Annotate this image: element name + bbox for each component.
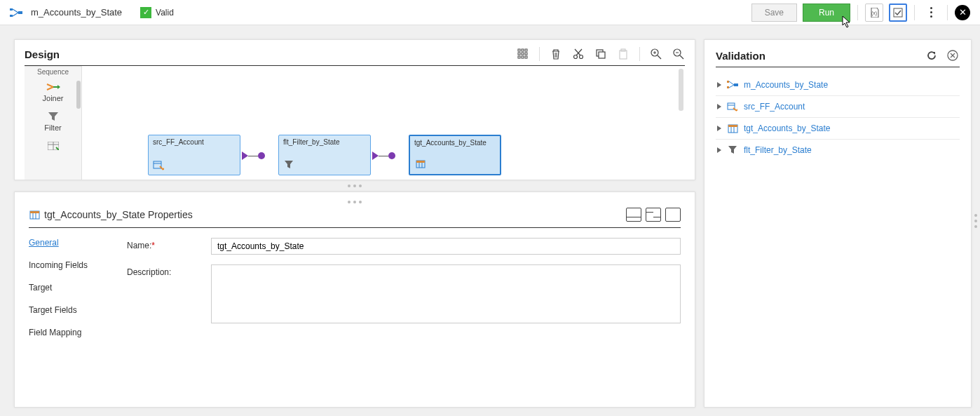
- palette-heading: Sequence: [25, 67, 81, 77]
- horizontal-resize-handle[interactable]: [14, 183, 695, 189]
- palette-scrollbar[interactable]: [76, 81, 81, 109]
- zoom-out-icon[interactable]: [672, 48, 685, 60]
- connector[interactable]: [372, 152, 395, 160]
- header-left: m_Accounts_by_State ✓ Valid: [10, 6, 174, 19]
- design-body: Sequence Joiner Filter: [25, 66, 685, 180]
- grid-icon[interactable]: [517, 48, 529, 60]
- more-menu-button[interactable]: [922, 7, 940, 18]
- palette-item-extra[interactable]: [25, 136, 81, 156]
- validation-item[interactable]: src_FF_Account: [716, 96, 960, 118]
- svg-line-54: [729, 81, 734, 85]
- validation-link[interactable]: src_FF_Account: [744, 102, 805, 112]
- validation-link[interactable]: m_Accounts_by_State: [744, 80, 828, 90]
- close-panel-button[interactable]: [946, 48, 960, 62]
- form-row-name: Name:*: [127, 238, 681, 255]
- validation-item[interactable]: flt_Filter_by_State: [716, 140, 960, 161]
- svg-rect-56: [734, 83, 738, 86]
- validation-link[interactable]: flt_Filter_by_State: [744, 145, 812, 155]
- validation-header: Validation: [716, 48, 960, 67]
- target-icon: [29, 210, 40, 220]
- svg-line-31: [680, 55, 683, 59]
- tab-general[interactable]: General: [29, 238, 106, 248]
- svg-rect-15: [525, 56, 527, 58]
- tab-field-mapping[interactable]: Field Mapping: [29, 328, 106, 337]
- vertical-resize-handle[interactable]: [974, 214, 977, 228]
- code-view-button[interactable]: (x): [865, 4, 883, 22]
- canvas-scrollbar[interactable]: [679, 69, 683, 111]
- layout-split-button[interactable]: [646, 208, 661, 222]
- layout-toggles: [626, 208, 681, 222]
- svg-rect-9: [525, 49, 527, 51]
- save-button[interactable]: Save: [751, 4, 797, 22]
- palette-item-label: Joiner: [43, 94, 64, 102]
- validation-title: Validation: [716, 50, 765, 62]
- mapping-icon: [727, 79, 738, 90]
- separator: [914, 5, 915, 20]
- layout-bottom-button[interactable]: [626, 208, 641, 222]
- filter-icon: [727, 145, 738, 156]
- chevron-right-icon: [717, 147, 721, 153]
- properties-title: tgt_Accounts_by_State Properties: [29, 209, 193, 220]
- close-button[interactable]: ✕: [955, 5, 970, 20]
- svg-line-27: [658, 55, 661, 59]
- document-title: m_Accounts_by_State: [31, 7, 122, 18]
- table-icon: [46, 140, 60, 152]
- chevron-right-icon: [717, 126, 721, 131]
- properties-tabs: General Incoming Fields Target Target Fi…: [29, 238, 106, 337]
- validation-link[interactable]: tgt_Accounts_by_State: [744, 123, 830, 133]
- filter-icon: [283, 159, 294, 170]
- svg-point-18: [574, 55, 578, 59]
- description-textarea[interactable]: [211, 264, 681, 323]
- svg-rect-12: [525, 53, 527, 55]
- design-title: Design: [25, 48, 60, 60]
- copy-icon[interactable]: [594, 48, 607, 60]
- design-panel: Design: [14, 39, 695, 180]
- svg-rect-53: [727, 86, 729, 88]
- properties-header: tgt_Accounts_by_State Properties: [29, 205, 681, 228]
- app-header: m_Accounts_by_State ✓ Valid Save Run (x)…: [0, 0, 980, 25]
- tab-target[interactable]: Target: [29, 283, 106, 293]
- chevron-right-icon: [717, 104, 721, 109]
- separator: [947, 5, 948, 20]
- tab-target-fields[interactable]: Target Fields: [29, 305, 106, 315]
- palette-item-joiner[interactable]: Joiner: [25, 77, 81, 107]
- validation-item[interactable]: m_Accounts_by_State: [716, 74, 960, 96]
- transformation-palette[interactable]: Sequence Joiner Filter: [25, 66, 82, 180]
- validation-actions: [925, 48, 960, 62]
- svg-rect-4: [18, 11, 22, 14]
- cut-icon[interactable]: [572, 48, 585, 60]
- svg-rect-61: [728, 125, 737, 127]
- svg-rect-10: [518, 53, 520, 55]
- name-input[interactable]: [211, 238, 681, 255]
- properties-form: Name:* Description:: [127, 238, 681, 337]
- design-toolbar: [517, 47, 685, 61]
- palette-item-filter[interactable]: Filter: [25, 107, 81, 136]
- design-canvas[interactable]: src_FF_Account flt_Filter_by_State: [82, 66, 685, 180]
- svg-rect-24: [620, 51, 627, 59]
- svg-rect-6: [894, 8, 902, 17]
- tab-incoming-fields[interactable]: Incoming Fields: [29, 260, 106, 270]
- svg-rect-1: [10, 15, 13, 17]
- validate-button[interactable]: [889, 4, 907, 22]
- zoom-in-icon[interactable]: [650, 48, 662, 60]
- target-icon: [414, 159, 426, 170]
- run-button[interactable]: Run: [803, 4, 850, 22]
- refresh-button[interactable]: [925, 48, 939, 62]
- separator: [639, 47, 640, 61]
- validation-item[interactable]: tgt_Accounts_by_State: [716, 118, 960, 140]
- node-filter[interactable]: flt_Filter_by_State: [278, 135, 371, 175]
- mapping-icon: [10, 6, 22, 19]
- svg-line-3: [13, 13, 18, 16]
- layout-full-button[interactable]: [665, 208, 681, 222]
- svg-rect-41: [416, 161, 425, 163]
- valid-label: Valid: [156, 8, 174, 18]
- properties-title-text: tgt_Accounts_by_State Properties: [44, 209, 193, 220]
- svg-rect-0: [10, 8, 13, 11]
- svg-rect-13: [518, 56, 520, 58]
- connector[interactable]: [242, 152, 265, 160]
- svg-rect-45: [30, 211, 39, 213]
- trash-icon[interactable]: [550, 48, 562, 60]
- node-target[interactable]: tgt_Accounts_by_State: [409, 135, 501, 175]
- node-source[interactable]: src_FF_Account: [148, 135, 240, 175]
- form-row-description: Description:: [127, 264, 681, 323]
